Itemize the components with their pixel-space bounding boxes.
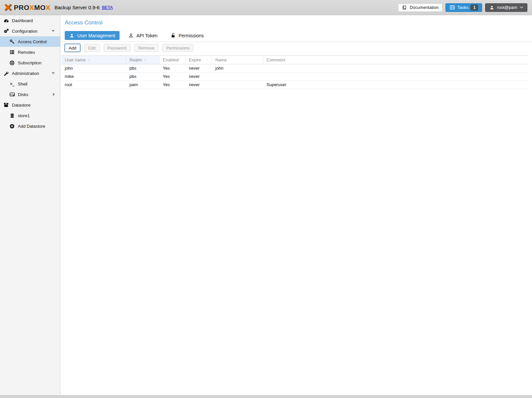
table-header-row: User name↑ Realm↑ Enabled Expire Name Co… [61, 56, 529, 64]
page-title: Access Control [65, 19, 532, 26]
column-header-comment[interactable]: Comment [263, 56, 529, 64]
column-header-enabled[interactable]: Enabled [160, 56, 186, 64]
sidebar-item-access-control[interactable]: Access Control [0, 36, 60, 47]
table-row[interactable]: mike pbs Yes never [61, 73, 529, 81]
sidebar-label: Dashboard [12, 18, 33, 23]
sort-asc-icon: ↑ [88, 57, 90, 62]
sidebar-item-shell[interactable]: >_ Shell [0, 79, 60, 89]
sidebar-item-remotes[interactable]: Remotes [0, 47, 60, 57]
cell-name [212, 81, 263, 89]
tab-label: Permissions [179, 33, 204, 38]
terminal-icon: >_ [9, 81, 15, 86]
cell-comment [263, 64, 529, 73]
caret-down-icon [52, 30, 55, 32]
sidebar-label: Administration [12, 71, 39, 76]
cell-realm: pbs [126, 73, 160, 81]
cell-comment: Superuser [263, 81, 529, 89]
gears-icon [3, 28, 9, 34]
cell-expire: never [186, 73, 212, 81]
password-button[interactable]: Password [104, 44, 130, 52]
column-header-expire[interactable]: Expire [186, 56, 212, 64]
user-icon [69, 33, 75, 38]
tab-label: API Token [136, 33, 158, 38]
database-icon [9, 113, 15, 118]
beta-link[interactable]: BETA [102, 5, 113, 10]
cell-username: root [61, 81, 126, 89]
sidebar-nav: Dashboard Configuration [0, 15, 60, 395]
sidebar-item-add-datastore[interactable]: Add Datastore [0, 121, 60, 131]
wrench-icon [3, 71, 9, 76]
sidebar-label: Configuration [12, 29, 37, 34]
user-menu-button[interactable]: root@pam [485, 3, 527, 12]
proxmox-logo: PROXMOX [3, 3, 51, 12]
sidebar-item-administration[interactable]: Administration [0, 68, 60, 79]
sidebar-item-datastore[interactable]: Datastore [0, 100, 60, 110]
column-header-realm[interactable]: Realm↑ [126, 56, 160, 64]
remove-button[interactable]: Remove [134, 44, 158, 52]
grid-toolbar: Add Edit Password Remove Permissions [60, 42, 532, 54]
cell-username: john [61, 64, 126, 73]
tab-api-token[interactable]: API Token [124, 31, 162, 40]
plus-circle-icon [9, 123, 15, 129]
topbar-actions: Documentation Tasks 1 root@pam [398, 3, 527, 12]
tab-bar: User Management API Token [60, 26, 532, 42]
unlock-icon [170, 33, 176, 38]
caret-right-icon [53, 93, 55, 96]
sidebar-item-disks[interactable]: Disks [0, 89, 60, 100]
table-row[interactable]: john pbs Yes never john [61, 64, 529, 73]
sort-asc-icon: ↑ [144, 57, 147, 62]
sidebar-label: store1 [18, 113, 30, 118]
window-bottom-edge [0, 395, 532, 398]
sidebar-label: Disks [18, 92, 28, 97]
tab-permissions[interactable]: Permissions [166, 31, 208, 40]
proxmox-x-icon [3, 3, 13, 12]
column-header-name[interactable]: Name [212, 56, 263, 64]
sidebar-label: Add Datastore [18, 124, 45, 129]
tasks-count-badge: 1 [471, 5, 478, 11]
cell-realm: pam [126, 81, 160, 89]
gauge-icon [3, 18, 9, 23]
cell-expire: never [186, 64, 212, 73]
sidebar-item-store1[interactable]: store1 [0, 110, 60, 121]
content-panel: Access Control User Management [60, 15, 532, 395]
hard-drive-icon [9, 92, 15, 97]
sidebar-label: Shell [18, 82, 27, 86]
sidebar-label: Datastore [12, 103, 30, 108]
sidebar-item-subscription[interactable]: Subscription [0, 57, 60, 68]
task-list-icon [449, 5, 455, 10]
sidebar-item-configuration[interactable]: Configuration [0, 26, 60, 36]
cell-comment [263, 73, 529, 81]
product-subtitle: Backup Server 0.9-6 [54, 5, 100, 10]
cell-username: mike [61, 73, 126, 81]
cell-realm: pbs [126, 64, 160, 73]
add-button[interactable]: Add [65, 44, 80, 52]
cell-enabled: Yes [160, 73, 186, 81]
caret-down-icon [52, 72, 55, 74]
user-icon [489, 5, 495, 10]
archive-icon [3, 102, 9, 108]
tab-label: User Management [77, 33, 115, 38]
logo-wordmark: PROXMOX [14, 4, 51, 12]
tab-user-management[interactable]: User Management [65, 31, 120, 40]
sidebar-label: Remotes [18, 50, 35, 55]
cell-enabled: Yes [160, 64, 186, 73]
column-header-username[interactable]: User name↑ [61, 56, 126, 64]
table-row[interactable]: root pam Yes never Superuser [61, 81, 529, 89]
sidebar-label: Subscription [18, 60, 42, 65]
top-bar: PROXMOX Backup Server 0.9-6 BETA Documen… [0, 0, 532, 15]
life-ring-icon [9, 60, 15, 65]
cell-expire: never [186, 81, 212, 89]
list-icon [9, 50, 15, 55]
permissions-button[interactable]: Permissions [162, 44, 194, 52]
cell-enabled: Yes [160, 81, 186, 89]
user-menu-label: root@pam [497, 5, 517, 10]
key-icon [9, 39, 15, 44]
tasks-button[interactable]: Tasks 1 [445, 3, 482, 12]
chevron-down-icon [519, 5, 523, 10]
sidebar-item-dashboard[interactable]: Dashboard [0, 15, 60, 26]
edit-button[interactable]: Edit [84, 44, 99, 52]
tasks-label: Tasks [457, 5, 468, 10]
documentation-button[interactable]: Documentation [398, 3, 443, 12]
documentation-label: Documentation [410, 5, 439, 10]
book-icon [402, 5, 408, 10]
